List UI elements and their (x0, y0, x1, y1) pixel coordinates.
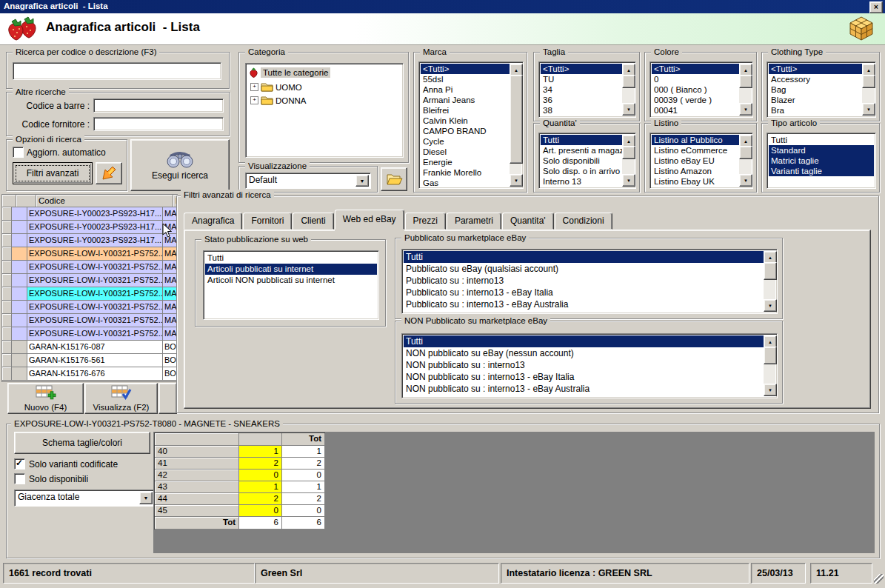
row-selector-cell[interactable] (2, 367, 12, 381)
open-view-button[interactable] (381, 167, 407, 191)
list-item[interactable]: Energie (421, 157, 510, 167)
row-code-cell[interactable]: GARAN-K15176-087 (27, 341, 163, 354)
list-item[interactable]: Accessory (769, 74, 862, 84)
row-selector-cell[interactable] (2, 314, 12, 327)
row-selector-cell[interactable] (2, 287, 12, 301)
list-item[interactable]: Tutti (541, 135, 622, 145)
solo-varianti-checkbox[interactable] (14, 458, 25, 470)
tab-parametri[interactable]: Parametri (447, 213, 501, 230)
list-item[interactable]: Bleifrei (421, 105, 510, 116)
list-item[interactable]: Articoli NON pubblicati su internet (205, 275, 377, 286)
list-item[interactable]: Calvin Klein (421, 116, 510, 126)
list-item[interactable]: Solo disp. o in arrivo (541, 166, 622, 176)
scrollbar[interactable]: ▲ ▼ (862, 64, 874, 116)
row-desc-cell[interactable]: BORS (163, 367, 177, 381)
list-item[interactable]: Armani Jeans (421, 95, 510, 105)
list-item[interactable]: Listino eBay EU (652, 156, 739, 166)
list-item[interactable]: Tutti (769, 135, 874, 145)
view-button[interactable]: Visualizza (F2) (84, 383, 158, 414)
row-desc-cell[interactable]: MAGN (163, 261, 177, 274)
list-item[interactable]: 36 (541, 95, 622, 105)
header-codice[interactable]: Codice (36, 195, 173, 207)
results-row[interactable]: EXPOSURE-I-Y00023-PS923-H17...MAGN (2, 234, 177, 247)
results-row[interactable]: EXPOSURE-LOW-I-Y00321-PS752...MAGN (2, 301, 177, 314)
list-item[interactable]: CAMPO BRAND (421, 126, 510, 136)
tree-expand-icon[interactable]: + (250, 83, 258, 91)
row-code-cell[interactable]: EXPOSURE-I-Y00023-PS923-H17... (27, 207, 163, 221)
row-code-cell[interactable]: GARAN-K15176-561 (27, 354, 163, 367)
results-row[interactable]: EXPOSURE-LOW-I-Y00321-PS752...MAGN (2, 327, 177, 341)
list-item[interactable]: <Tutti> (769, 64, 862, 74)
category-tree[interactable]: Tutte le categorie + UOMO + DONNA (245, 63, 404, 158)
tree-node-label[interactable]: UOMO (275, 83, 302, 92)
tab-quantita-[interactable]: Quantita' (502, 213, 554, 230)
list-item[interactable]: NON pubblicato su : interno13 - eBay Ita… (404, 371, 764, 383)
scrollbar[interactable]: ▲ ▼ (764, 251, 775, 312)
row-code-cell[interactable]: EXPOSURE-LOW-I-Y00321-PS752... (27, 301, 163, 314)
list-item[interactable]: Tutti (404, 251, 764, 263)
list-item[interactable]: Solo disponibili (541, 156, 622, 166)
row-selector-cell[interactable] (2, 354, 12, 367)
list-item[interactable]: Pubblicato su : interno13 - eBay Austral… (404, 298, 764, 310)
list-item[interactable]: 00041 (652, 105, 739, 116)
stock-select[interactable]: Giacenza totale ▼ (14, 490, 155, 507)
list-item[interactable]: 000 ( Bianco ) (652, 84, 739, 95)
close-button[interactable]: × (869, 1, 883, 13)
list-item[interactable]: 34 (541, 84, 622, 95)
ebay-not-published-listbox[interactable]: TuttiNON pubblicato su eBay (nessun acco… (401, 333, 778, 398)
row-selector-cell[interactable] (2, 247, 12, 261)
row-desc-cell[interactable]: MAGN (163, 274, 177, 287)
list-item[interactable]: Frankie Morello (421, 167, 510, 178)
scroll-down-icon[interactable]: ▼ (739, 103, 752, 116)
row-desc-cell[interactable]: BORS (163, 354, 177, 367)
tab-anagrafica[interactable]: Anagrafica (184, 213, 242, 230)
tree-item-donna[interactable]: + DONNA (250, 96, 307, 105)
scroll-down-icon[interactable]: ▼ (622, 174, 635, 187)
scroll-down-icon[interactable]: ▼ (510, 174, 523, 187)
barcode-input[interactable] (93, 98, 224, 113)
row-code-cell[interactable]: EXPOSURE-LOW-I-Y00321-PS752... (27, 327, 163, 341)
scroll-down-icon[interactable]: ▼ (622, 103, 635, 116)
list-item[interactable]: Bag (769, 84, 862, 95)
list-item[interactable]: Listino Ebay UK (652, 176, 739, 187)
row-code-cell[interactable]: GARAN-K15176-676 (27, 367, 163, 381)
list-item[interactable]: 0 (652, 74, 739, 84)
row-selector-cell[interactable] (2, 327, 12, 341)
scrollbar[interactable]: ▲ ▼ (764, 335, 775, 396)
scroll-down-icon[interactable]: ▼ (862, 103, 875, 116)
results-table[interactable]: Codice Descr EXPOSURE-I-Y00023-PS923-H17… (1, 194, 178, 382)
row-desc-cell[interactable]: MAGN (163, 314, 177, 327)
list-item[interactable]: Listino al Pubblico (652, 135, 739, 145)
row-code-cell[interactable]: EXPOSURE-LOW-I-Y00321-PS752... (27, 287, 163, 301)
tipo-articolo-listbox[interactable]: TuttiStandardMatrici taglieVarianti tagl… (767, 133, 876, 189)
list-item[interactable]: <Tutti> (541, 64, 622, 74)
run-search-button[interactable]: Esegui ricerca (130, 139, 230, 191)
row-selector-cell[interactable] (2, 234, 12, 247)
chevron-down-icon[interactable]: ▼ (355, 175, 369, 187)
tree-item-root[interactable]: Tutte le categorie (249, 67, 330, 78)
list-item[interactable]: Bra (769, 105, 862, 116)
quantita-listbox[interactable]: TuttiArt. presenti a magazSolo disponibi… (538, 133, 636, 189)
row-desc-cell[interactable]: BORS (163, 341, 177, 354)
clothing-type-listbox[interactable]: <Tutti>AccessoryBagBlazerBra ▲ ▼ (767, 61, 876, 118)
marca-listbox[interactable]: <Tutti>55dslAnna PiArmani JeansBleifreiC… (418, 61, 524, 189)
view-select[interactable]: Default ▼ (245, 173, 371, 189)
results-row[interactable]: GARAN-K15176-087BORS (2, 341, 177, 354)
solo-disponibili-checkbox[interactable] (14, 473, 25, 484)
web-status-listbox[interactable]: TuttiArticoli pubblicati su internetArti… (203, 250, 379, 320)
row-code-cell[interactable]: EXPOSURE-I-Y00023-PS923-H17... (27, 234, 163, 247)
results-row[interactable]: GARAN-K15176-561BORS (2, 354, 177, 367)
list-item[interactable]: Articoli pubblicati su internet (205, 264, 377, 275)
list-item[interactable]: 38 (541, 105, 622, 116)
row-desc-cell[interactable]: MAGN (163, 301, 177, 314)
results-row[interactable]: EXPOSURE-I-Y00023-PS923-H17...MAGN (2, 221, 177, 234)
row-code-cell[interactable]: EXPOSURE-LOW-I-Y00321-PS752... (27, 261, 163, 274)
scroll-down-icon[interactable]: ▼ (764, 384, 777, 396)
row-code-cell[interactable]: EXPOSURE-LOW-I-Y00321-PS752... (27, 247, 163, 261)
listino-listbox[interactable]: Listino al PubblicoListino eCommerceList… (649, 133, 753, 189)
scroll-down-icon[interactable]: ▼ (739, 174, 752, 187)
scrollbar[interactable]: ▲ ▼ (739, 135, 751, 187)
taglia-listbox[interactable]: <Tutti>TU343638 ▲ ▼ (538, 61, 636, 118)
list-item[interactable]: NON pubblicato su eBay (nessun account) (404, 347, 764, 359)
row-desc-cell[interactable]: MAGN (163, 247, 177, 261)
